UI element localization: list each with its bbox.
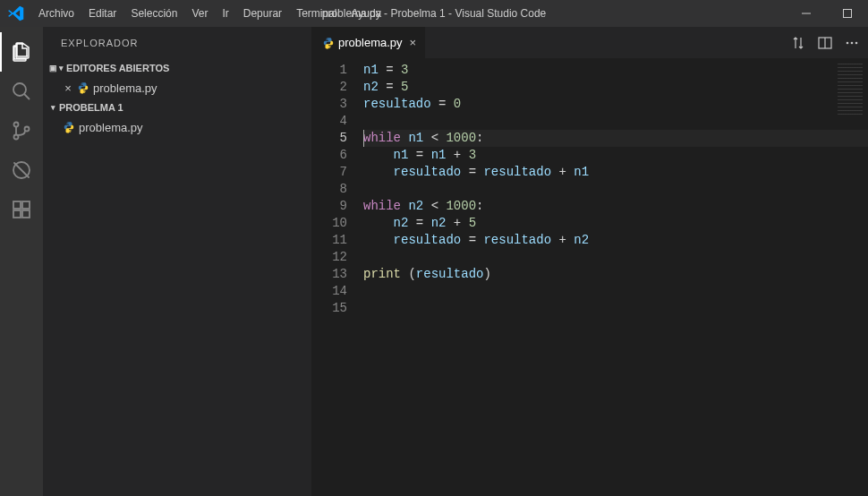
code-editor[interactable]: 123456789101112131415 n1 = 3n2 = 5result… xyxy=(311,58,868,496)
menu-ir[interactable]: Ir xyxy=(215,0,235,27)
editor-group: problema.py × 123456789101112131415 n1 =… xyxy=(311,27,868,496)
open-editor-filename: problema.py xyxy=(93,81,157,95)
svg-point-13 xyxy=(855,41,858,44)
folder-label: PROBELMA 1 xyxy=(59,102,123,113)
file-name: problema.py xyxy=(79,121,143,134)
code-content[interactable]: n1 = 3n2 = 5resultado = 0while n1 < 1000… xyxy=(363,62,868,496)
file-item[interactable]: problema.py xyxy=(43,117,311,137)
menu-ver[interactable]: Ver xyxy=(184,0,215,27)
window-controls xyxy=(786,0,868,27)
svg-point-2 xyxy=(14,123,19,127)
code-line[interactable] xyxy=(363,113,868,130)
code-line[interactable]: resultado = resultado + n2 xyxy=(363,232,868,249)
open-editors-header[interactable]: ▣ ▾ EDITORES ABIERTOS xyxy=(43,58,311,78)
minimize-button[interactable] xyxy=(786,0,827,27)
code-line[interactable]: n1 = n1 + 3 xyxy=(363,147,868,164)
close-icon[interactable]: × xyxy=(410,36,417,49)
svg-point-1 xyxy=(13,83,26,96)
activity-scm[interactable] xyxy=(0,111,43,150)
activity-extensions[interactable] xyxy=(0,190,43,229)
menu-seleccion[interactable]: Selección xyxy=(123,0,184,27)
vscode-logo xyxy=(0,5,31,21)
sidebar-explorer: EXPLORADOR ▣ ▾ EDITORES ABIERTOS × probl… xyxy=(43,27,311,496)
code-line[interactable]: n2 = 5 xyxy=(363,79,868,96)
split-editor-icon[interactable] xyxy=(818,36,832,50)
tab-label: problema.py xyxy=(338,36,403,49)
code-line[interactable]: while n2 < 1000: xyxy=(363,198,868,215)
svg-point-12 xyxy=(851,41,854,44)
triangle-down-icon: ▾ xyxy=(59,64,64,73)
line-gutter: 123456789101112131415 xyxy=(311,62,363,496)
python-icon xyxy=(320,37,336,49)
svg-rect-9 xyxy=(22,201,30,209)
svg-point-4 xyxy=(25,127,30,132)
activity-bar xyxy=(0,27,43,496)
close-icon[interactable]: × xyxy=(61,81,75,95)
activity-debug[interactable] xyxy=(0,150,43,190)
code-line[interactable]: while n1 < 1000: xyxy=(363,130,868,147)
activity-explorer[interactable] xyxy=(0,32,43,72)
code-line[interactable] xyxy=(363,300,868,317)
menu-editar[interactable]: Editar xyxy=(81,0,123,27)
editor-actions xyxy=(791,27,868,58)
tab-bar: problema.py × xyxy=(311,27,868,58)
chevron-down-icon: ▣ xyxy=(47,64,59,73)
compare-changes-icon[interactable] xyxy=(791,36,805,50)
svg-point-11 xyxy=(847,41,849,44)
folder-header[interactable]: ▾ PROBELMA 1 xyxy=(43,98,311,117)
sidebar-title: EXPLORADOR xyxy=(43,27,311,58)
svg-rect-0 xyxy=(844,10,852,18)
code-line[interactable]: n1 = 3 xyxy=(363,62,868,79)
open-editors-label: EDITORES ABIERTOS xyxy=(66,63,169,73)
maximize-button[interactable] xyxy=(827,0,868,27)
python-icon xyxy=(61,121,77,133)
menu-archivo[interactable]: Archivo xyxy=(31,0,81,27)
code-line[interactable] xyxy=(363,181,868,198)
code-line[interactable]: print (resultado) xyxy=(363,266,868,283)
activity-search[interactable] xyxy=(0,72,43,111)
svg-rect-7 xyxy=(13,210,21,218)
code-line[interactable] xyxy=(363,249,868,266)
open-editor-item[interactable]: × problema.py xyxy=(43,78,311,98)
triangle-down-icon: ▾ xyxy=(47,103,59,112)
svg-rect-8 xyxy=(22,210,30,218)
minimap[interactable] xyxy=(838,64,863,117)
code-line[interactable] xyxy=(363,283,868,300)
code-line[interactable]: resultado = resultado + n1 xyxy=(363,164,868,181)
svg-point-3 xyxy=(14,135,19,140)
svg-rect-6 xyxy=(13,201,21,209)
code-line[interactable]: n2 = n2 + 5 xyxy=(363,215,868,232)
titlebar: Archivo Editar Selección Ver Ir Depurar … xyxy=(0,0,868,27)
menu-depurar[interactable]: Depurar xyxy=(236,0,289,27)
more-icon[interactable] xyxy=(845,36,859,50)
code-line[interactable]: resultado = 0 xyxy=(363,96,868,113)
window-title: problema.py - Probelma 1 - Visual Studio… xyxy=(322,7,547,20)
python-icon xyxy=(75,81,91,94)
tab-problema[interactable]: problema.py × xyxy=(311,27,426,58)
